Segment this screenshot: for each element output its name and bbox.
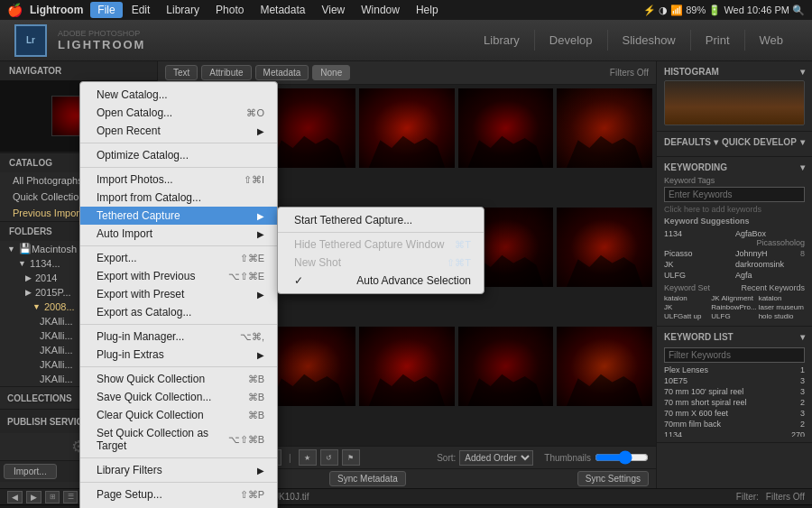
- thumbnails-slider[interactable]: [595, 450, 649, 465]
- kw-agfabox[interactable]: AgfaBox Picassoholog: [735, 229, 805, 247]
- menu-auto-import[interactable]: Auto Import ▶: [80, 225, 277, 243]
- menu-help[interactable]: Help: [409, 2, 446, 18]
- kws-8[interactable]: ULFG: [711, 312, 757, 320]
- menu-item-label: Show Quick Collection: [97, 373, 205, 385]
- kw-70mm-short[interactable]: 70 mm short spiral reel2: [664, 397, 805, 408]
- menu-plugin-extras[interactable]: Plug-in Extras ▶: [80, 346, 277, 364]
- sync-settings-button[interactable]: Sync Settings: [577, 471, 649, 486]
- menu-file[interactable]: File: [90, 2, 122, 18]
- sync-metadata-button[interactable]: Sync Metadata: [329, 471, 406, 486]
- kws-5[interactable]: RainbowPro...: [711, 303, 757, 311]
- menu-library-filters[interactable]: Library Filters ▶: [80, 461, 277, 479]
- menu-show-quick[interactable]: Show Quick Collection ⌘B: [80, 370, 277, 388]
- kw-70mm-600[interactable]: 70 mm X 600 feet3: [664, 408, 805, 419]
- menu-metadata[interactable]: Metadata: [253, 2, 312, 18]
- rotate-button[interactable]: ↺: [320, 449, 338, 466]
- kws-6[interactable]: laser museum: [759, 303, 805, 311]
- next-nav-button[interactable]: ▶: [26, 491, 42, 503]
- filter-metadata[interactable]: Metadata: [255, 65, 309, 80]
- photo-cell[interactable]: [359, 327, 455, 406]
- quick-develop-label: Quick Develop: [722, 137, 797, 147]
- view-icon-2[interactable]: ☰: [63, 491, 78, 503]
- folder-label: JKAlli...: [40, 330, 73, 341]
- histogram-label: Histogram: [664, 67, 719, 77]
- photo-cell[interactable]: [557, 88, 652, 168]
- menu-clear-quick[interactable]: Clear Quick Collection ⌘B: [80, 406, 277, 424]
- menu-edit[interactable]: Edit: [125, 2, 158, 18]
- menu-export-catalog[interactable]: Export as Catalog...: [80, 303, 277, 321]
- kw-johnnyh[interactable]: JohnnyH 8: [735, 249, 805, 258]
- kws-3[interactable]: katalon: [759, 294, 805, 302]
- keyword-set-value[interactable]: Recent Keywords: [741, 283, 805, 292]
- menu-set-quick-target[interactable]: Set Quick Collection as Target ⌥⇧⌘B: [80, 424, 277, 455]
- file-menu-dropdown[interactable]: New Catalog... Open Catalog... ⌘O Open R…: [79, 81, 278, 508]
- filter-attribute[interactable]: Attribute: [201, 65, 251, 80]
- menu-auto-advance[interactable]: ✓ Auto Advance Selection: [278, 272, 484, 290]
- menu-plugin-manager[interactable]: Plug-in Manager... ⌥⌘,: [80, 328, 277, 346]
- kw-agfa[interactable]: Agfa: [735, 271, 805, 280]
- kw-70mm-back[interactable]: 70mm film back2: [664, 419, 805, 429]
- kws-1[interactable]: katalon: [664, 294, 710, 302]
- photo-cell[interactable]: [557, 208, 652, 287]
- menu-start-tethered[interactable]: Start Tethered Capture...: [278, 211, 484, 229]
- kw-1134-list[interactable]: 1134270: [664, 429, 805, 437]
- photo-cell[interactable]: [359, 88, 455, 168]
- filter-none[interactable]: None: [312, 65, 350, 80]
- photo-cell[interactable]: [458, 88, 554, 168]
- kw-70mm-reel[interactable]: 70 mm 100' spiral reel3: [664, 386, 805, 397]
- photo-cell[interactable]: [557, 327, 652, 406]
- photo-cell[interactable]: [458, 327, 554, 406]
- kws-2[interactable]: JK Alignment: [711, 294, 757, 302]
- tab-library[interactable]: Library: [469, 30, 535, 51]
- sort-select[interactable]: Added Order: [459, 450, 533, 466]
- menu-export-previous[interactable]: Export with Previous ⌥⇧⌘E: [80, 267, 277, 285]
- menu-export[interactable]: Export... ⇧⌘E: [80, 249, 277, 267]
- tab-print[interactable]: Print: [691, 30, 745, 51]
- view-icon[interactable]: ⊞: [45, 491, 60, 503]
- prev-nav-button[interactable]: ◀: [7, 491, 23, 503]
- keyword-tags-input[interactable]: [664, 187, 805, 202]
- menu-export-preset[interactable]: Export with Preset ▶: [80, 285, 277, 303]
- menu-save-quick[interactable]: Save Quick Collection... ⌘B: [80, 388, 277, 406]
- filter-keywords-input[interactable]: [664, 347, 805, 363]
- flag-button[interactable]: ⚑: [342, 449, 360, 466]
- menu-photo[interactable]: Photo: [208, 2, 251, 18]
- menu-view[interactable]: View: [314, 2, 352, 18]
- menu-page-setup[interactable]: Page Setup... ⇧⌘P: [80, 485, 277, 503]
- kw-jk[interactable]: JK: [664, 260, 734, 269]
- menu-library[interactable]: Library: [159, 2, 207, 18]
- kws-4[interactable]: JK: [664, 303, 710, 311]
- kw-1134[interactable]: 1134: [664, 229, 734, 247]
- kw-picasso[interactable]: Picasso: [664, 249, 734, 258]
- filter-text[interactable]: Text: [165, 65, 198, 80]
- click-to-add-label[interactable]: Click here to add keywords: [664, 205, 805, 214]
- menu-window[interactable]: Window: [354, 2, 407, 18]
- folder-label: 2014: [35, 272, 57, 283]
- menu-open-catalog[interactable]: Open Catalog... ⌘O: [80, 104, 277, 122]
- tab-web[interactable]: Web: [745, 30, 798, 51]
- menu-open-recent[interactable]: Open Recent ▶: [80, 122, 277, 140]
- menu-tethered-capture[interactable]: Tethered Capture ▶ Start Tethered Captur…: [80, 207, 277, 225]
- menu-print[interactable]: Print... ⌘P: [80, 503, 277, 508]
- arrow-right-icon: ▶: [257, 466, 264, 476]
- menu-item-label: Open Catalog...: [97, 106, 172, 119]
- menu-import-photos[interactable]: Import Photos... ⇧⌘I: [80, 171, 277, 189]
- kw-plex-lenses[interactable]: Plex Lenses1: [664, 365, 805, 375]
- menu-optimize[interactable]: Optimize Catalog...: [80, 146, 277, 164]
- menu-new-catalog[interactable]: New Catalog...: [80, 86, 277, 104]
- tethered-capture-submenu[interactable]: Start Tethered Capture... Hide Tethered …: [277, 207, 484, 294]
- kw-10e75[interactable]: 10E753: [664, 375, 805, 386]
- kw-ulfg[interactable]: ULFG: [664, 271, 734, 280]
- menu-import-catalog[interactable]: Import from Catalog...: [80, 189, 277, 207]
- keywording-label: Keywording: [664, 162, 727, 172]
- tab-develop[interactable]: Develop: [535, 30, 608, 51]
- collections-label[interactable]: Collections: [7, 393, 72, 403]
- kws-9[interactable]: holo studio: [759, 312, 805, 320]
- navigator-header[interactable]: Navigator: [0, 61, 157, 80]
- tab-slideshow[interactable]: Slideshow: [608, 30, 691, 51]
- apple-menu[interactable]: 🍎: [7, 3, 23, 17]
- filter-button[interactable]: ★: [299, 449, 317, 466]
- import-button[interactable]: Import...: [4, 464, 57, 479]
- kw-darkroomsink[interactable]: darkroomsink: [735, 260, 805, 269]
- kws-7[interactable]: ULFGatt up: [664, 312, 710, 320]
